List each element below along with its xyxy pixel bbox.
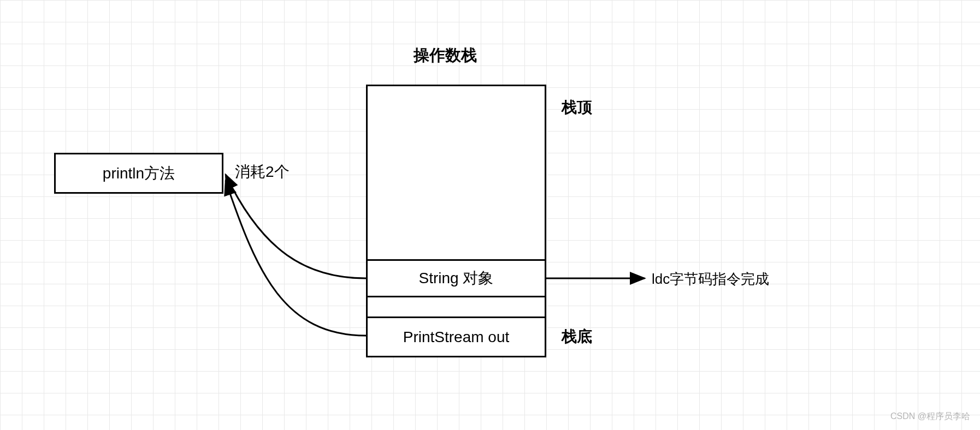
println-method-label: println方法 <box>103 163 175 184</box>
string-object-label: String 对象 <box>419 268 494 289</box>
stack-top-label: 栈顶 <box>562 97 592 118</box>
consume-label: 消耗2个 <box>235 162 290 182</box>
stack-cell-printstream: PrintStream out <box>366 316 546 357</box>
method-box: println方法 <box>54 153 223 194</box>
stack-cell-string: String 对象 <box>366 259 546 297</box>
ldc-instruction-label: ldc字节码指令完成 <box>652 270 769 289</box>
watermark: CSDN @程序员李哈 <box>890 411 970 422</box>
stack-bottom-label: 栈底 <box>562 326 592 347</box>
printstream-out-label: PrintStream out <box>403 329 510 346</box>
stack-title: 操作数栈 <box>414 45 477 67</box>
diagram-stage: 操作数栈 String 对象 PrintStream out println方法… <box>0 0 980 430</box>
